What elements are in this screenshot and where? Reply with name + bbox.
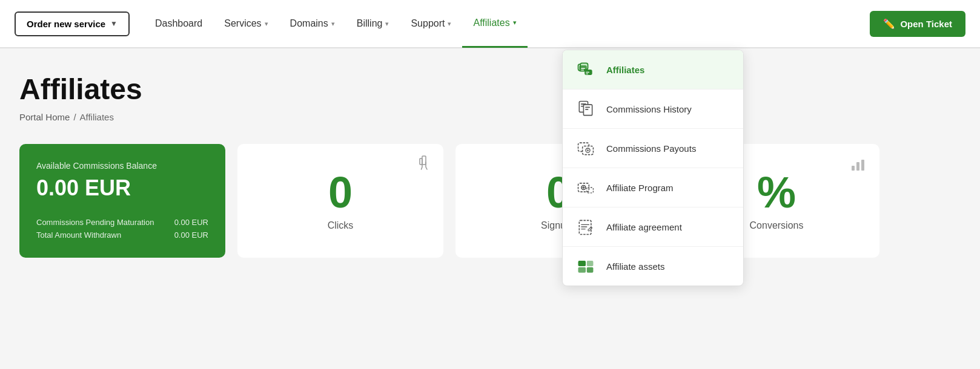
breadcrumb-home[interactable]: Portal Home [19,112,70,122]
dropdown-affiliate-agreement-label: Affiliate agreement [606,222,682,232]
total-withdrawn-value: 0.00 EUR [174,230,208,240]
svg-rect-26 [861,160,864,171]
dropdown-commissions-history-label: Commissions History [606,104,692,114]
dropdown-item-affiliate-program[interactable]: Affiliate Program [563,168,743,207]
svg-rect-20 [587,267,594,273]
pending-maturation-row: Commissions Pending Maturation 0.00 EUR [36,218,208,227]
breadcrumb-separator: / [73,112,76,122]
main-content: Affiliates Portal Home / Affiliates Avai… [0,48,980,282]
dropdown-commissions-payouts-label: Commissions Payouts [606,143,696,154]
dropdown-item-affiliate-assets[interactable]: Affiliate assets [563,247,743,282]
clicks-card-icon [417,155,431,175]
pencil-icon: ✏️ [883,18,895,30]
dropdown-affiliate-program-label: Affiliate Program [606,183,674,193]
open-ticket-label: Open Ticket [900,19,952,29]
breadcrumb: Portal Home / Affiliates [19,112,961,122]
svg-rect-18 [578,267,586,273]
nav-billing-label: Billing [357,18,383,29]
affiliates-icon [575,59,597,80]
dropdown-affiliates-label: Affiliates [606,65,644,75]
clicks-value: 0 [328,171,353,214]
breadcrumb-current: Affiliates [80,112,114,122]
nav-affiliates-label: Affiliates [473,18,509,28]
total-withdrawn-label: Total Amount Withdrawn [36,230,121,240]
order-new-service-button[interactable]: Order new service ▼ [15,11,130,36]
commissions-payouts-icon [575,137,597,159]
nav-services-label: Services [224,18,261,29]
conversions-bar-icon [850,155,867,174]
svg-rect-16 [579,220,591,234]
affiliate-assets-icon [575,255,597,277]
dropdown-item-commissions-history[interactable]: Commissions History [563,90,743,129]
svg-rect-17 [578,261,586,266]
svg-rect-8 [585,106,590,108]
nav-item-dashboard[interactable]: Dashboard [144,0,213,48]
nav-item-services[interactable]: Services ▾ [213,0,279,48]
main-nav: Dashboard Services ▾ Domains ▾ Billing ▾… [144,0,870,48]
clicks-card: 0 Clicks [237,144,443,258]
conversions-value: % [757,171,796,214]
balance-card: Available Commissions Balance 0.00 EUR C… [19,144,225,258]
commissions-history-icon [575,98,597,120]
balance-card-label: Available Commissions Balance [36,161,208,171]
affiliate-program-icon [575,177,597,198]
svg-rect-22 [420,158,422,165]
conversions-label: Conversions [750,220,804,231]
nav-item-domains[interactable]: Domains ▾ [279,0,346,48]
main-header: Order new service ▼ Dashboard Services ▾… [0,0,980,48]
dropdown-item-affiliates[interactable]: Affiliates [563,50,743,90]
dropdown-item-commissions-payouts[interactable]: Commissions Payouts [563,129,743,168]
domains-chevron-icon: ▾ [331,20,335,28]
pending-maturation-value: 0.00 EUR [174,218,208,227]
svg-rect-25 [856,162,859,171]
svg-rect-24 [852,166,855,171]
affiliates-dropdown-menu: Affiliates Commissions History Com [562,50,744,282]
order-btn-label: Order new service [27,19,105,29]
nav-domains-label: Domains [290,18,328,29]
dropdown-item-affiliate-agreement[interactable]: Affiliate agreement [563,207,743,247]
svg-rect-19 [587,261,594,266]
nav-item-support[interactable]: Support ▾ [400,0,462,48]
billing-chevron-icon: ▾ [385,20,389,28]
clicks-label: Clicks [328,220,354,231]
nav-dashboard-label: Dashboard [155,18,202,29]
nav-item-billing[interactable]: Billing ▾ [346,0,400,48]
stats-cards-row: Available Commissions Balance 0.00 EUR C… [19,144,961,258]
affiliates-chevron-icon: ▾ [513,19,517,27]
nav-item-affiliates[interactable]: Affiliates ▾ [462,0,527,48]
order-btn-chevron: ▼ [110,19,118,28]
balance-amount: 0.00 EUR [36,175,208,201]
svg-rect-9 [585,109,588,110]
page-title: Affiliates [19,73,961,106]
pending-maturation-label: Commissions Pending Maturation [36,218,154,227]
services-chevron-icon: ▾ [265,20,268,28]
dropdown-affiliate-assets-label: Affiliate assets [606,261,664,272]
total-withdrawn-row: Total Amount Withdrawn 0.00 EUR [36,230,208,240]
support-chevron-icon: ▾ [448,20,451,28]
svg-rect-21 [422,156,426,165]
affiliate-agreement-icon [575,216,597,238]
nav-support-label: Support [411,18,445,29]
open-ticket-button[interactable]: ✏️ Open Ticket [870,11,965,37]
